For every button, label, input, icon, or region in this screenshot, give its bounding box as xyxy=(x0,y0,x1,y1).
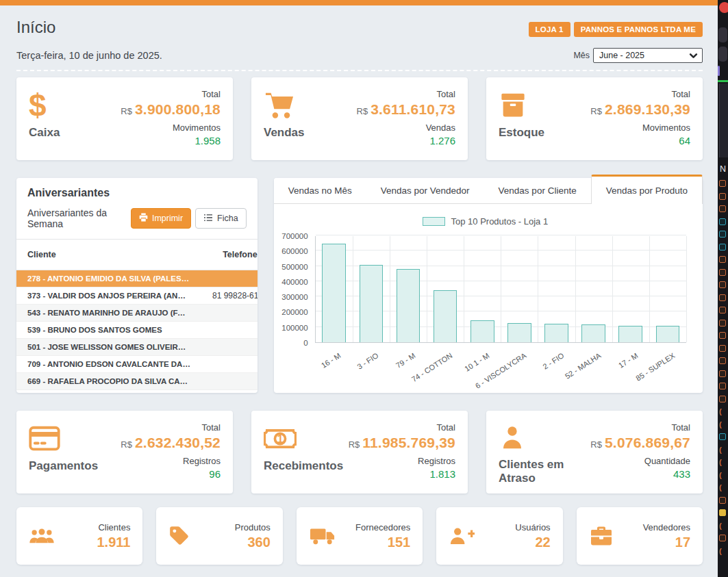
y-tick-label: 500000 xyxy=(274,263,308,271)
cart-icon xyxy=(264,88,305,123)
count-value: 64 xyxy=(679,135,690,146)
clientes-atraso-card[interactable]: Clientes em Atraso Total R$5.076.869,67 … xyxy=(486,411,703,493)
cell-cliente: 669 - RAFAELA PROCOPIO DA SILVA CARVALHO xyxy=(16,373,201,390)
month-select[interactable]: June - 2025 xyxy=(593,48,703,63)
print-button[interactable]: Imprimir xyxy=(131,208,191,229)
mini-card-label: Fornecedores xyxy=(355,522,410,533)
chart-y-axis: 0100000200000300000400000500000600000700… xyxy=(278,236,312,343)
estoque-card[interactable]: Estoque Total R$2.869.130,39 Movimentos … xyxy=(486,77,703,160)
mini-cards-row: Clientes1.911Produtos360Fornecedores151U… xyxy=(16,507,703,565)
table-row[interactable]: 309 - ANA SEVERINA PAES DA SILVA81 99671… xyxy=(16,390,258,394)
tab-vendas-por-cliente[interactable]: Vendas por Cliente xyxy=(484,178,591,203)
dark-pill-icon xyxy=(718,27,727,42)
cell-cliente: 278 - ANTONIO EMIDIO DA SILVA (PALESTINA… xyxy=(16,270,201,287)
ficha-button[interactable]: Ficha xyxy=(195,208,247,229)
mini-card-usua-rios[interactable]: Usuários22 xyxy=(436,507,562,565)
mini-card-label: Usuários xyxy=(515,522,550,533)
table-row[interactable]: 539 - BRUNO DOS SANTOS GOMES09/06/1992 xyxy=(16,322,258,339)
bar[interactable] xyxy=(434,290,457,342)
month-select-value: June - 2025 xyxy=(599,51,644,60)
caixa-card[interactable]: $ Caixa Total R$3.900.800,18 Movimentos … xyxy=(16,77,233,160)
x-tick-label: 16 - M xyxy=(320,351,342,370)
mini-card-label: Vendedores xyxy=(643,522,690,533)
count-value: 433 xyxy=(673,468,690,480)
legend-swatch xyxy=(423,217,445,226)
table-row[interactable]: 373 - VALDIR DOS ANJOS PEREIRA (ANGELA)8… xyxy=(16,287,258,305)
store-badge[interactable]: LOJA 1 xyxy=(529,22,570,37)
strip-file-icon: ( xyxy=(719,446,726,453)
x-tick-label: 79 - M xyxy=(394,351,417,370)
table-row[interactable]: 543 - RENATO MARINHO DE ARAUJO (FAZEND…0… xyxy=(16,305,258,322)
mini-card-clientes[interactable]: Clientes1.911 xyxy=(16,507,142,565)
column-header-cliente[interactable]: Cliente xyxy=(16,240,201,270)
bar[interactable] xyxy=(322,244,346,342)
strip-file-icon xyxy=(719,396,726,402)
credit-card-icon xyxy=(29,421,98,457)
strip-file-icon xyxy=(719,370,726,377)
column-header-telefone[interactable]: Telefone xyxy=(201,240,258,270)
vendas-card[interactable]: Vendas Total R$3.611.610,73 Vendas 1.276 xyxy=(251,77,468,160)
table-row[interactable]: 669 - RAFAELA PROCOPIO DA SILVA CARVALHO… xyxy=(16,373,258,390)
bar[interactable] xyxy=(397,269,421,342)
total-label: Total xyxy=(437,422,455,433)
mini-card-vendedores[interactable]: Vendedores17 xyxy=(577,507,703,565)
stat-card-title: Vendas xyxy=(264,126,305,140)
bar[interactable] xyxy=(618,326,642,342)
count-value: 96 xyxy=(209,468,221,480)
total-label: Total xyxy=(672,89,690,99)
bar[interactable] xyxy=(581,324,605,342)
mini-card-produtos[interactable]: Produtos360 xyxy=(156,507,282,565)
mini-card-value: 1.911 xyxy=(97,535,130,550)
table-row[interactable]: 278 - ANTONIO EMIDIO DA SILVA (PALESTINA… xyxy=(16,270,258,287)
y-tick-label: 700000 xyxy=(274,232,308,240)
count-value: 1.958 xyxy=(194,135,221,146)
recebimentos-card[interactable]: 1 Recebimentos Total R$11.985.769,39 Reg… xyxy=(251,411,468,493)
mini-card-label: Produtos xyxy=(235,522,271,533)
cell-telefone: 81 99828-6185 xyxy=(201,287,258,305)
cell-telefone xyxy=(201,305,258,322)
users-icon xyxy=(29,526,55,546)
total-label: Total xyxy=(672,422,690,433)
bar[interactable] xyxy=(470,320,494,342)
strip-file-icon: ( xyxy=(719,548,726,554)
strip-file-icon: ( xyxy=(719,484,726,491)
tab-vendas-por-produto[interactable]: Vendas por Produto xyxy=(591,175,703,204)
mini-card-fornecedores[interactable]: Fornecedores151 xyxy=(297,507,423,565)
strip-file-icon xyxy=(719,332,726,339)
bar[interactable] xyxy=(656,326,680,342)
red-dot-icon xyxy=(719,2,728,13)
strip-letter: N xyxy=(720,164,726,174)
sales-chart-panel: Vendas no MêsVendas por VendedorVendas p… xyxy=(274,178,703,393)
page-title: Início xyxy=(16,18,55,37)
strip-file-icon xyxy=(719,193,726,200)
cell-telefone xyxy=(201,322,258,339)
strip-file-icon xyxy=(719,320,726,326)
x-tick-label: 2 - FIO xyxy=(541,351,565,371)
strip-file-icon xyxy=(719,357,726,364)
x-tick-label: 74 - COTTON xyxy=(410,351,454,383)
mini-card-value: 17 xyxy=(675,535,690,550)
pagamentos-card[interactable]: Pagamentos Total R$2.632.430,52 Registro… xyxy=(16,411,233,493)
strip-file-icon xyxy=(719,497,726,504)
current-date: Terça-feira, 10 de junho de 2025. xyxy=(16,50,162,61)
table-row[interactable]: 709 - ANTONIO EDSON CAVALCANTE DANTAS12/… xyxy=(16,356,258,373)
currency-prefix: R$ xyxy=(590,439,602,450)
tab-vendas-no-m-s[interactable]: Vendas no Mês xyxy=(274,178,366,203)
tab-vendas-por-vendedor[interactable]: Vendas por Vendedor xyxy=(366,178,484,203)
company-badge[interactable]: PANNOS E PANNOS LTDA ME xyxy=(574,22,703,37)
y-tick-label: 200000 xyxy=(274,308,308,316)
list-icon xyxy=(203,214,213,224)
total-label: Total xyxy=(437,89,455,99)
table-row[interactable]: 501 - JOSE WELISSON GOMES OLIVEIRA (ELC…… xyxy=(16,339,258,356)
strip-file-icon xyxy=(719,383,726,389)
bar[interactable] xyxy=(360,265,384,342)
money-bill-icon: 1 xyxy=(264,421,343,457)
strip-file-icon xyxy=(719,307,726,313)
bar[interactable] xyxy=(544,324,568,342)
count-label: Quantidade xyxy=(644,456,690,466)
bar[interactable] xyxy=(507,323,531,342)
total-value: 2.869.130,39 xyxy=(605,101,690,117)
strip-file-icon xyxy=(719,244,726,251)
month-label: Mês xyxy=(573,51,590,60)
strip-file-icon xyxy=(719,205,726,212)
